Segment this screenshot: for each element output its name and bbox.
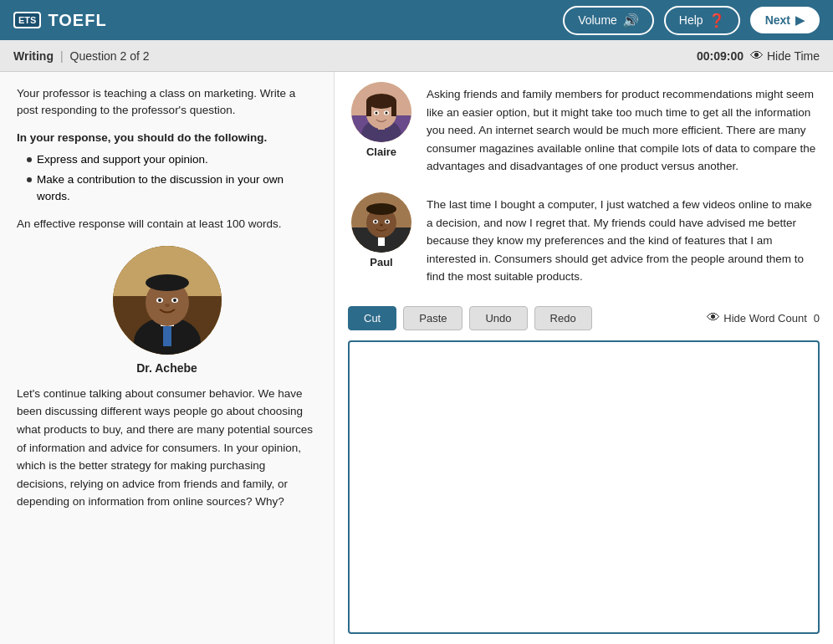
svg-rect-22 — [366, 101, 371, 116]
next-button[interactable]: Next ▶ — [750, 7, 820, 33]
claire-post: Claire Asking friends and family members… — [348, 82, 820, 176]
bullet-item-1: Express and support your opinion. — [27, 151, 317, 168]
section-label: Writing — [13, 49, 54, 63]
claire-avatar — [351, 82, 411, 142]
paul-name: Paul — [370, 256, 392, 268]
time-display: 00:09:00 — [697, 49, 744, 63]
professor-speech: Let's continue talking about consumer be… — [17, 385, 317, 511]
svg-point-40 — [380, 223, 383, 226]
svg-point-26 — [376, 112, 378, 115]
paul-avatar-svg — [351, 192, 411, 253]
next-arrow-icon: ▶ — [795, 13, 805, 27]
svg-point-13 — [173, 299, 176, 302]
paste-button[interactable]: Paste — [403, 306, 462, 330]
bullet-text-1: Express and support your opinion. — [37, 151, 208, 168]
paul-post: Paul The last time I bought a computer, … — [348, 192, 820, 286]
svg-rect-23 — [391, 101, 396, 116]
help-button[interactable]: Help ❓ — [664, 6, 740, 35]
main-content: Your professor is teaching a class on ma… — [0, 72, 833, 644]
question-label: Question 2 of 2 — [70, 49, 150, 63]
header: ETS TOEFL Volume 🔊 Help ❓ Next ▶ — [0, 0, 833, 40]
svg-point-27 — [386, 112, 388, 115]
professor-area: Dr. Achebe — [17, 246, 317, 375]
bold-instruction: In your response, you should do the foll… — [17, 130, 317, 146]
claire-avatar-area: Claire — [348, 82, 415, 158]
undo-button[interactable]: Undo — [469, 306, 527, 330]
logo-area: ETS TOEFL — [13, 11, 107, 30]
paul-avatar — [351, 192, 411, 253]
help-label: Help — [679, 13, 703, 27]
logo-badge: ETS — [13, 12, 41, 28]
cut-button[interactable]: Cut — [348, 306, 396, 330]
svg-point-14 — [165, 304, 170, 307]
help-icon: ❓ — [708, 13, 725, 28]
bullet-list: Express and support your opinion. Make a… — [27, 151, 317, 206]
bullet-dot-2 — [27, 177, 32, 182]
hide-time-button[interactable]: 👁 Hide Time — [750, 49, 820, 64]
volume-button[interactable]: Volume 🔊 — [563, 6, 654, 35]
redo-button[interactable]: Redo — [534, 306, 592, 330]
professor-name: Dr. Achebe — [136, 361, 197, 375]
word-count-area: 👁 Hide Word Count 0 — [707, 310, 820, 325]
svg-point-12 — [158, 299, 161, 302]
volume-icon: 🔊 — [622, 13, 639, 28]
svg-point-9 — [146, 274, 189, 291]
svg-point-39 — [386, 220, 389, 222]
claire-name: Claire — [366, 146, 396, 158]
divider: | — [60, 49, 64, 63]
right-panel: Claire Asking friends and family members… — [335, 72, 833, 644]
sub-header-right: 00:09:00 👁 Hide Time — [697, 49, 820, 64]
hide-time-label: Hide Time — [767, 49, 820, 63]
eye-icon: 👁 — [750, 49, 764, 64]
bullet-dot-1 — [27, 157, 32, 162]
sub-header: Writing | Question 2 of 2 00:09:00 👁 Hid… — [0, 40, 833, 72]
response-textarea[interactable] — [348, 340, 820, 634]
svg-rect-5 — [163, 325, 171, 346]
professor-avatar-svg — [113, 246, 222, 355]
svg-point-38 — [375, 220, 377, 222]
paul-text: The last time I bought a computer, I jus… — [427, 192, 820, 286]
svg-point-35 — [366, 203, 396, 215]
claire-text: Asking friends and family members for pr… — [427, 82, 820, 176]
hide-word-count-button[interactable]: 👁 Hide Word Count — [707, 310, 806, 325]
bullet-text-2: Make a contribution to the discussion in… — [37, 171, 317, 206]
volume-label: Volume — [578, 13, 617, 27]
editor-toolbar: Cut Paste Undo Redo 👁 Hide Word Count 0 — [348, 303, 820, 334]
sub-header-left: Writing | Question 2 of 2 — [13, 49, 150, 63]
left-panel: Your professor is teaching a class on ma… — [0, 72, 335, 644]
instruction-intro: Your professor is teaching a class on ma… — [17, 85, 317, 120]
logo-text: TOEFL — [48, 11, 106, 30]
next-label: Next — [765, 13, 790, 27]
hide-word-count-label: Hide Word Count — [723, 312, 806, 325]
effective-response: An effective response will contain at le… — [17, 216, 317, 233]
bullet-item-2: Make a contribution to the discussion in… — [27, 171, 317, 206]
hide-wc-eye-icon: 👁 — [707, 310, 720, 325]
word-count-number: 0 — [814, 312, 820, 325]
claire-avatar-svg — [351, 82, 411, 142]
paul-avatar-area: Paul — [348, 192, 415, 268]
professor-avatar — [113, 246, 222, 355]
